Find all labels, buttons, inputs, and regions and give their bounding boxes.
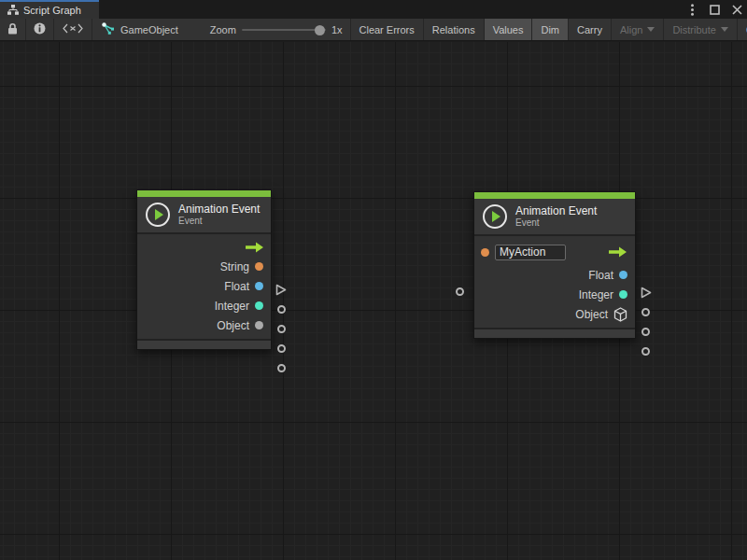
object-port-dot[interactable] [255, 321, 263, 329]
code-brackets-icon [63, 23, 83, 35]
zoom-slider-handle[interactable] [315, 25, 325, 35]
distribute-dropdown[interactable]: Distribute [664, 19, 737, 40]
graph-canvas[interactable]: Animation Event Event String Float [0, 42, 747, 560]
float-output-port[interactable] [277, 325, 286, 333]
port-row-integer: Integer [474, 285, 635, 304]
port-row-float: Float [474, 265, 635, 285]
node-title: Animation Event [515, 204, 597, 217]
node-body: String Float Integer Object [137, 232, 271, 339]
event-play-icon [146, 203, 170, 227]
port-label: Integer [215, 300, 249, 313]
node-footer [137, 339, 271, 349]
port-label: Integer [579, 288, 613, 301]
trigger-output-port[interactable] [275, 284, 287, 296]
port-label: Object [575, 308, 608, 321]
node-animation-event-2[interactable]: Animation Event Event Float Integer [473, 191, 636, 339]
chevron-down-icon [647, 27, 655, 32]
port-row-string: String [137, 257, 271, 276]
integer-output-port[interactable] [641, 328, 650, 336]
zoom-control: Zoom 1x [188, 19, 350, 40]
clear-errors-button[interactable]: Clear Errors [350, 19, 424, 40]
port-label: Float [224, 280, 249, 293]
port-row-object: Object [137, 315, 271, 335]
event-name-input[interactable] [495, 245, 566, 260]
port-label: String [220, 260, 249, 273]
zoom-slider-track [242, 29, 326, 31]
node-subtitle: Event [178, 216, 260, 227]
node-header[interactable]: Animation Event Event [137, 197, 271, 232]
values-button[interactable]: Values [485, 19, 533, 40]
trigger-arrow-icon [246, 242, 263, 253]
info-button[interactable] [26, 19, 54, 40]
zoom-label: Zoom [210, 24, 236, 35]
float-port-dot[interactable] [619, 271, 627, 279]
object-output-port[interactable] [641, 347, 650, 356]
dim-label: Dim [541, 24, 559, 35]
graph-icon [7, 5, 19, 17]
port-row-name-trigger [474, 239, 635, 265]
node-color-bar [474, 192, 635, 199]
zoom-value: 1x [331, 24, 343, 35]
integer-output-port[interactable] [277, 344, 286, 353]
node-body: Float Integer Object [474, 234, 635, 328]
info-icon [34, 22, 46, 36]
port-row-trigger [137, 237, 271, 257]
carry-button[interactable]: Carry [569, 19, 612, 40]
gameobject-label: GameObject [120, 24, 178, 35]
align-dropdown[interactable]: Align [612, 19, 664, 40]
carry-label: Carry [577, 24, 602, 35]
node-subtitle: Event [515, 217, 597, 229]
integer-port-dot[interactable] [255, 301, 263, 310]
node-header[interactable]: Animation Event Event [474, 199, 635, 234]
cube-icon[interactable] [613, 307, 627, 322]
gameobject-context[interactable]: GameObject [92, 19, 188, 40]
string-port-dot[interactable] [255, 262, 263, 271]
trigger-arrow-icon [609, 246, 627, 258]
gameobject-icon [102, 22, 115, 36]
float-port-dot[interactable] [255, 282, 263, 290]
event-play-icon [483, 204, 507, 229]
trigger-output-port[interactable] [641, 287, 652, 299]
align-label: Align [620, 24, 642, 35]
node-title: Animation Event [178, 203, 260, 216]
clear-errors-label: Clear Errors [359, 24, 415, 35]
edit-graph-button[interactable] [54, 19, 92, 40]
port-row-integer: Integer [137, 296, 271, 315]
values-label: Values [493, 24, 524, 35]
window-controls [685, 0, 743, 19]
lock-icon [7, 23, 18, 36]
tab-script-graph[interactable]: Script Graph [0, 0, 99, 19]
port-label: Float [588, 269, 613, 282]
port-label: Object [217, 319, 249, 332]
object-output-port[interactable] [277, 364, 286, 372]
overview-button[interactable]: Overv [738, 19, 747, 40]
dim-button[interactable]: Dim [532, 19, 569, 40]
port-row-float: Float [137, 276, 271, 296]
kebab-menu-icon[interactable] [685, 3, 698, 16]
node-footer [474, 328, 635, 338]
node-color-bar [137, 190, 271, 197]
close-icon[interactable] [730, 3, 743, 16]
lock-button[interactable] [0, 19, 26, 40]
chevron-down-icon [721, 27, 728, 32]
relations-button[interactable]: Relations [424, 19, 485, 40]
tab-label: Script Graph [23, 5, 81, 16]
integer-port-dot[interactable] [619, 290, 627, 299]
window-titlebar: Script Graph [0, 0, 747, 19]
graph-toolbar: GameObject Zoom 1x Clear Errors Relation… [0, 19, 747, 41]
float-output-port[interactable] [641, 308, 650, 316]
node-animation-event-1[interactable]: Animation Event Event String Float [136, 189, 272, 350]
maximize-icon[interactable] [708, 3, 721, 16]
port-row-object: Object [474, 304, 635, 324]
distribute-label: Distribute [672, 24, 715, 35]
string-input-dot[interactable] [481, 248, 489, 257]
relations-label: Relations [432, 24, 475, 35]
name-input-port[interactable] [456, 287, 464, 296]
string-output-port[interactable] [277, 305, 286, 314]
zoom-slider[interactable] [242, 23, 326, 36]
